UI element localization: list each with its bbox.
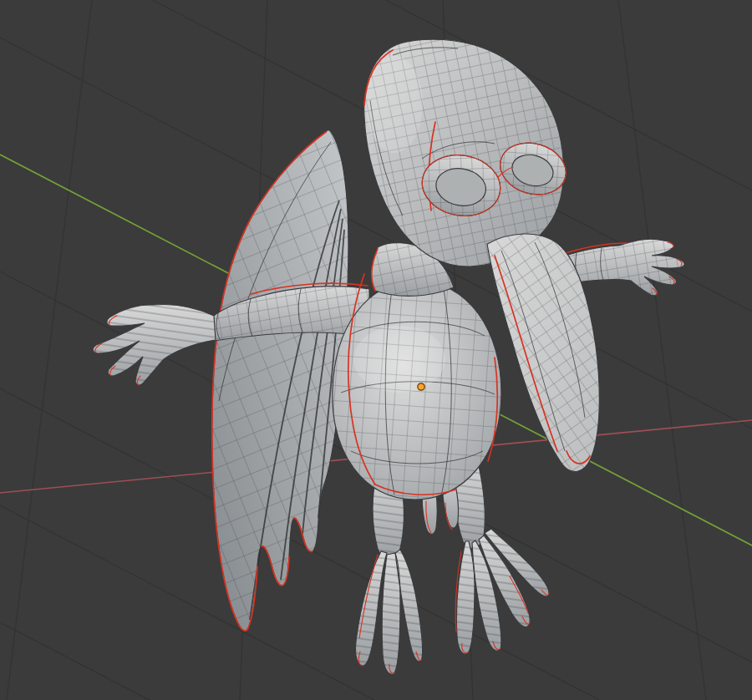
object-origin-dot[interactable] [418,383,424,390]
3d-viewport[interactable] [0,0,752,700]
